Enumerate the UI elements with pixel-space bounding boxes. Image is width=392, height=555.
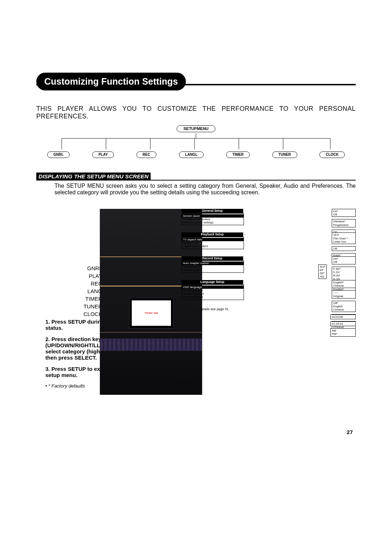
option-box: Off*EnglishChinese (332, 301, 356, 312)
option-value: HQ (320, 275, 325, 278)
menu-category-label: LANG (83, 287, 102, 295)
option-value: English (333, 305, 354, 308)
option-value: Chinese (333, 308, 354, 311)
option-value: Pan Scan * (333, 237, 354, 240)
quality-options: SLPEPSP*HQ (318, 264, 327, 279)
group-item: Menu language (182, 289, 244, 292)
menu-category-label: GNRL (83, 264, 102, 272)
option-box: English*Chinese (332, 280, 356, 288)
option-box: Off (332, 246, 356, 251)
option-value: PM* (332, 332, 354, 336)
option-value: SP* (320, 272, 325, 275)
page-number: 27 (347, 429, 353, 435)
foreground-objects (107, 355, 195, 394)
group-item: OSD language (182, 285, 244, 289)
group-item: Audio language (182, 295, 244, 299)
menu-category-label: TUNER (83, 303, 102, 310)
settings-group: Record SetupAuto chapter markerDefault s… (181, 256, 356, 273)
option-value: Off (333, 260, 354, 264)
option-value: Progressive (333, 223, 354, 227)
tree-leaf: REC (136, 151, 156, 158)
tree-leaf: CLOCK (319, 151, 345, 158)
group-item: Restore factory settings (182, 221, 244, 224)
group-items: OSD languageMenu languageSubtle language… (181, 284, 244, 300)
menu-category-label: REC (83, 280, 102, 287)
option-box: 01:15:01 (330, 321, 356, 326)
group-item: TV aspect ratio (182, 238, 244, 241)
group-items: Auto chapter markerDefault sourceDefault… (181, 260, 244, 273)
intro-text: THIS PLAYER ALLOWS YOU TO CUSTOMIZE THE … (36, 105, 356, 120)
tv-screen-text: Please wait (132, 300, 171, 326)
option-value: R-AV (333, 274, 354, 277)
manual-page: Customizing Function Settings THIS PLAYE… (0, 0, 392, 555)
page-title-pill: Customizing Function Settings (36, 73, 356, 90)
left-label-column: GNRLPLAYRECLANGTIMERTUNERCLOCK (83, 264, 102, 318)
section-description: The SETUP MENU screen asks you to select… (54, 183, 356, 196)
group-item: Progressive/Interlace (182, 218, 244, 221)
settings-group: General SetupScreen saverProgressive/Int… (181, 209, 356, 225)
option-box: 01/01/00 (330, 315, 356, 319)
option-value: Interlace* (333, 220, 354, 223)
group-item: Auto chapter marker (182, 262, 244, 265)
option-box: 16:9Pan Scan *Letter box (332, 232, 356, 244)
option-value: On* (333, 210, 354, 213)
option-value: Off* (333, 301, 354, 305)
group-header: Playback Setup (181, 232, 243, 237)
group-header: Record Setup (181, 256, 243, 261)
option-value: ----- (333, 291, 354, 294)
option-box: On*Off (332, 256, 356, 264)
option-value: English* (333, 281, 354, 284)
option-value: Off (333, 247, 354, 250)
option-value: AM (332, 329, 354, 332)
setup-menu-tree: SETUPMENU GNRLPLAYRECLANGLTIMERTUNERCLOC… (36, 125, 356, 158)
group-item: Default quality (182, 268, 244, 272)
tree-leaf: PLAY (92, 151, 114, 158)
option-value: Chinese (333, 284, 354, 287)
group-item: Screen saver (182, 214, 244, 218)
menu-category-label: PLAY (83, 272, 102, 280)
option-value: F-AV* (333, 267, 354, 271)
group-item: Rating level (182, 241, 244, 244)
group-item: Digital audio output (182, 244, 244, 248)
section-header: DISPLAYING THE SETUP MENU SCREEN (36, 173, 151, 181)
menu-category-label: TIMER (83, 295, 102, 303)
main-diagram: GNRLPLAYRECLANGTIMERTUNERCLOCK 1. Press … (36, 201, 356, 462)
option-box: On*Off (332, 209, 356, 217)
option-value: On* (333, 257, 354, 260)
group-header: General Setup (181, 209, 243, 213)
option-value: EP (320, 268, 325, 272)
group-item: Subtle language (182, 292, 244, 295)
option-value: 01/01/00 (332, 315, 354, 319)
tree-root-label: SETUPMENU (176, 125, 215, 132)
settings-tree: General SetupScreen saverProgressive/Int… (181, 209, 356, 337)
settings-group: Language SetupOSD languageMenu languageS… (181, 280, 356, 300)
tree-leaf: LANGL (179, 151, 204, 158)
clock-options: 01/01/0001:15:01AMPM* (330, 315, 356, 337)
group-item: Default source (182, 265, 244, 268)
option-value: Letter box (333, 240, 354, 243)
settings-group: Playback SetupTV aspect ratioRating leve… (181, 232, 356, 249)
tv-frame: Please wait (129, 298, 173, 328)
option-value: 01:15:01 (332, 322, 354, 325)
group-items: Screen saverProgressive/InterlaceRestore… (181, 213, 244, 226)
tree-leaves: GNRLPLAYRECLANGLTIMERTUNERCLOCK (36, 151, 356, 158)
option-value: 16:9 (333, 233, 354, 236)
decorative-bars (100, 339, 202, 351)
tree-leaf: TIMER (226, 151, 250, 158)
menu-category-label: CLOCK (83, 310, 102, 318)
tree-leaf: TUNER (272, 151, 297, 158)
option-box: AMPM* (330, 328, 356, 336)
option-value: F-SV (333, 271, 354, 274)
tree-leaf: GNRL (47, 151, 70, 158)
option-value: Off (333, 213, 354, 216)
group-header: Language Setup (181, 280, 243, 284)
group-items: TV aspect ratioRating levelDigital audio… (181, 237, 244, 249)
option-value: SLP (320, 265, 325, 268)
tree-root: SETUPMENU (176, 125, 215, 132)
page-title: Customizing Function Settings (36, 73, 186, 90)
option-box: Interlace*Progressive (332, 219, 356, 227)
option-box: -----Original (332, 290, 356, 298)
option-value: Original (333, 295, 354, 298)
